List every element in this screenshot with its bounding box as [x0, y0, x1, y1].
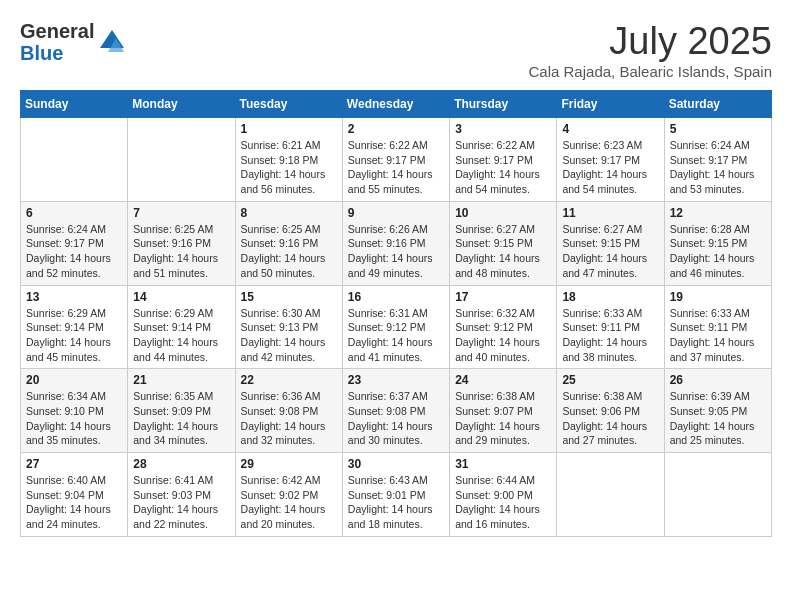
calendar-week-4: 20Sunrise: 6:34 AMSunset: 9:10 PMDayligh… [21, 369, 772, 453]
calendar-cell: 22Sunrise: 6:36 AMSunset: 9:08 PMDayligh… [235, 369, 342, 453]
day-info: Sunrise: 6:32 AMSunset: 9:12 PMDaylight:… [455, 306, 551, 365]
day-info: Sunrise: 6:21 AMSunset: 9:18 PMDaylight:… [241, 138, 337, 197]
sunset-text: Sunset: 9:01 PM [348, 488, 444, 503]
day-number: 9 [348, 206, 444, 220]
sunset-text: Sunset: 9:09 PM [133, 404, 229, 419]
daylight-text: Daylight: 14 hours and 22 minutes. [133, 502, 229, 531]
day-number: 22 [241, 373, 337, 387]
daylight-text: Daylight: 14 hours and 30 minutes. [348, 419, 444, 448]
day-number: 20 [26, 373, 122, 387]
weekday-header-wednesday: Wednesday [342, 91, 449, 118]
daylight-text: Daylight: 14 hours and 38 minutes. [562, 335, 658, 364]
weekday-header-sunday: Sunday [21, 91, 128, 118]
sunset-text: Sunset: 9:17 PM [670, 153, 766, 168]
day-number: 30 [348, 457, 444, 471]
daylight-text: Daylight: 14 hours and 34 minutes. [133, 419, 229, 448]
sunset-text: Sunset: 9:15 PM [670, 236, 766, 251]
sunrise-text: Sunrise: 6:31 AM [348, 306, 444, 321]
day-info: Sunrise: 6:44 AMSunset: 9:00 PMDaylight:… [455, 473, 551, 532]
calendar-cell [557, 453, 664, 537]
logo: General Blue [20, 20, 126, 64]
daylight-text: Daylight: 14 hours and 32 minutes. [241, 419, 337, 448]
location-title: Cala Rajada, Balearic Islands, Spain [529, 63, 772, 80]
day-info: Sunrise: 6:22 AMSunset: 9:17 PMDaylight:… [348, 138, 444, 197]
daylight-text: Daylight: 14 hours and 35 minutes. [26, 419, 122, 448]
day-info: Sunrise: 6:22 AMSunset: 9:17 PMDaylight:… [455, 138, 551, 197]
day-info: Sunrise: 6:27 AMSunset: 9:15 PMDaylight:… [455, 222, 551, 281]
day-info: Sunrise: 6:36 AMSunset: 9:08 PMDaylight:… [241, 389, 337, 448]
day-info: Sunrise: 6:42 AMSunset: 9:02 PMDaylight:… [241, 473, 337, 532]
weekday-header-monday: Monday [128, 91, 235, 118]
calendar-cell: 16Sunrise: 6:31 AMSunset: 9:12 PMDayligh… [342, 285, 449, 369]
day-info: Sunrise: 6:27 AMSunset: 9:15 PMDaylight:… [562, 222, 658, 281]
day-info: Sunrise: 6:31 AMSunset: 9:12 PMDaylight:… [348, 306, 444, 365]
calendar-cell: 6Sunrise: 6:24 AMSunset: 9:17 PMDaylight… [21, 201, 128, 285]
day-info: Sunrise: 6:25 AMSunset: 9:16 PMDaylight:… [241, 222, 337, 281]
day-number: 29 [241, 457, 337, 471]
calendar-cell: 9Sunrise: 6:26 AMSunset: 9:16 PMDaylight… [342, 201, 449, 285]
calendar-cell: 21Sunrise: 6:35 AMSunset: 9:09 PMDayligh… [128, 369, 235, 453]
sunrise-text: Sunrise: 6:33 AM [562, 306, 658, 321]
sunrise-text: Sunrise: 6:22 AM [455, 138, 551, 153]
day-number: 10 [455, 206, 551, 220]
daylight-text: Daylight: 14 hours and 54 minutes. [562, 167, 658, 196]
sunset-text: Sunset: 9:13 PM [241, 320, 337, 335]
daylight-text: Daylight: 14 hours and 20 minutes. [241, 502, 337, 531]
sunrise-text: Sunrise: 6:37 AM [348, 389, 444, 404]
sunrise-text: Sunrise: 6:41 AM [133, 473, 229, 488]
weekday-header-thursday: Thursday [450, 91, 557, 118]
sunset-text: Sunset: 9:08 PM [241, 404, 337, 419]
sunset-text: Sunset: 9:05 PM [670, 404, 766, 419]
daylight-text: Daylight: 14 hours and 52 minutes. [26, 251, 122, 280]
daylight-text: Daylight: 14 hours and 24 minutes. [26, 502, 122, 531]
sunrise-text: Sunrise: 6:30 AM [241, 306, 337, 321]
calendar-cell: 3Sunrise: 6:22 AMSunset: 9:17 PMDaylight… [450, 118, 557, 202]
sunset-text: Sunset: 9:17 PM [348, 153, 444, 168]
daylight-text: Daylight: 14 hours and 27 minutes. [562, 419, 658, 448]
calendar-cell: 29Sunrise: 6:42 AMSunset: 9:02 PMDayligh… [235, 453, 342, 537]
title-section: July 2025 Cala Rajada, Balearic Islands,… [529, 20, 772, 80]
sunset-text: Sunset: 9:17 PM [562, 153, 658, 168]
calendar-cell: 24Sunrise: 6:38 AMSunset: 9:07 PMDayligh… [450, 369, 557, 453]
sunset-text: Sunset: 9:14 PM [26, 320, 122, 335]
daylight-text: Daylight: 14 hours and 56 minutes. [241, 167, 337, 196]
day-info: Sunrise: 6:24 AMSunset: 9:17 PMDaylight:… [670, 138, 766, 197]
logo-general: General [20, 20, 94, 42]
daylight-text: Daylight: 14 hours and 18 minutes. [348, 502, 444, 531]
day-number: 18 [562, 290, 658, 304]
calendar-cell: 11Sunrise: 6:27 AMSunset: 9:15 PMDayligh… [557, 201, 664, 285]
calendar-cell: 30Sunrise: 6:43 AMSunset: 9:01 PMDayligh… [342, 453, 449, 537]
logo-blue: Blue [20, 42, 94, 64]
day-info: Sunrise: 6:43 AMSunset: 9:01 PMDaylight:… [348, 473, 444, 532]
sunset-text: Sunset: 9:10 PM [26, 404, 122, 419]
sunrise-text: Sunrise: 6:34 AM [26, 389, 122, 404]
day-number: 2 [348, 122, 444, 136]
daylight-text: Daylight: 14 hours and 55 minutes. [348, 167, 444, 196]
sunset-text: Sunset: 9:16 PM [348, 236, 444, 251]
calendar-cell: 8Sunrise: 6:25 AMSunset: 9:16 PMDaylight… [235, 201, 342, 285]
day-number: 21 [133, 373, 229, 387]
day-number: 4 [562, 122, 658, 136]
day-info: Sunrise: 6:26 AMSunset: 9:16 PMDaylight:… [348, 222, 444, 281]
calendar-cell: 25Sunrise: 6:38 AMSunset: 9:06 PMDayligh… [557, 369, 664, 453]
sunrise-text: Sunrise: 6:38 AM [455, 389, 551, 404]
daylight-text: Daylight: 14 hours and 44 minutes. [133, 335, 229, 364]
day-number: 5 [670, 122, 766, 136]
day-info: Sunrise: 6:29 AMSunset: 9:14 PMDaylight:… [133, 306, 229, 365]
sunrise-text: Sunrise: 6:25 AM [133, 222, 229, 237]
daylight-text: Daylight: 14 hours and 45 minutes. [26, 335, 122, 364]
daylight-text: Daylight: 14 hours and 46 minutes. [670, 251, 766, 280]
daylight-text: Daylight: 14 hours and 50 minutes. [241, 251, 337, 280]
calendar-cell: 15Sunrise: 6:30 AMSunset: 9:13 PMDayligh… [235, 285, 342, 369]
day-number: 26 [670, 373, 766, 387]
sunset-text: Sunset: 9:17 PM [26, 236, 122, 251]
sunrise-text: Sunrise: 6:39 AM [670, 389, 766, 404]
day-info: Sunrise: 6:33 AMSunset: 9:11 PMDaylight:… [562, 306, 658, 365]
calendar-cell [128, 118, 235, 202]
sunrise-text: Sunrise: 6:43 AM [348, 473, 444, 488]
day-number: 25 [562, 373, 658, 387]
day-number: 31 [455, 457, 551, 471]
daylight-text: Daylight: 14 hours and 37 minutes. [670, 335, 766, 364]
day-number: 13 [26, 290, 122, 304]
day-number: 14 [133, 290, 229, 304]
